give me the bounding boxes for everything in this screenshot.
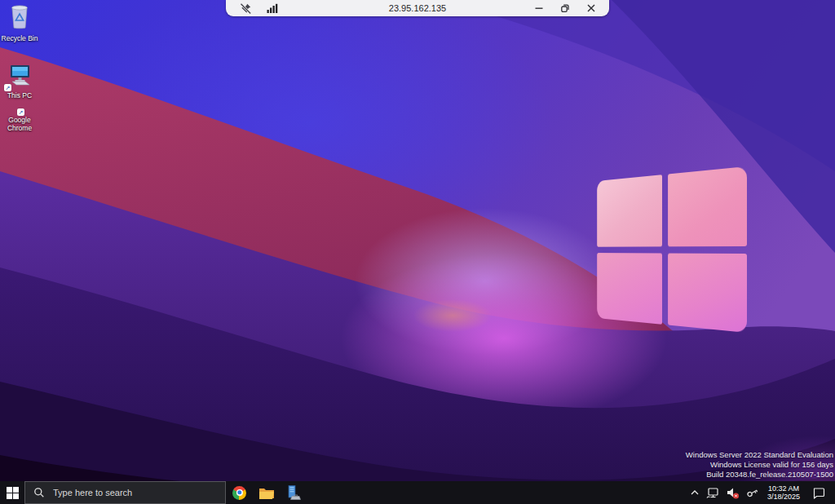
windows-logo-pane — [668, 166, 747, 246]
remote-desktop-screen: Recycle Bin This PC — [0, 0, 835, 504]
connection-bar: 23.95.162.135 — [226, 0, 609, 16]
taskbar-search[interactable] — [24, 481, 226, 504]
desktop-icon-label: This PC — [0, 91, 39, 99]
windows-logo-pane — [597, 175, 662, 246]
tray-expand-button[interactable] — [687, 481, 702, 504]
volume-muted-icon — [726, 487, 740, 499]
unpin-icon — [240, 2, 252, 15]
watermark-line: Windows Server 2022 Standard Evaluation — [686, 450, 833, 460]
minimize-icon — [533, 2, 545, 14]
desktop-icon-label: Google Chrome — [0, 116, 39, 132]
close-icon — [585, 2, 597, 14]
chrome-icon — [232, 486, 246, 500]
server-manager-icon — [285, 485, 302, 501]
volume-muted-button[interactable] — [723, 481, 742, 504]
desktop-icon-recycle-bin[interactable]: Recycle Bin — [0, 2, 39, 42]
key-icon — [746, 487, 759, 498]
taskbar-app-server-manager[interactable] — [280, 481, 307, 504]
system-tray: 10:32 AM 3/18/2025 — [687, 481, 835, 504]
restore-button[interactable] — [552, 0, 578, 16]
windows-logo-pane — [668, 253, 747, 333]
network-icon — [706, 487, 719, 499]
network-status-button[interactable] — [704, 481, 722, 504]
watermark-line: Windows License valid for 156 days — [686, 460, 833, 470]
windows-logo — [597, 166, 747, 333]
file-explorer-icon — [258, 486, 275, 500]
taskbar-clock[interactable]: 10:32 AM 3/18/2025 — [763, 484, 804, 502]
this-pc-icon — [7, 64, 33, 90]
taskbar-app-file-explorer[interactable] — [253, 481, 280, 504]
search-icon — [33, 487, 45, 498]
desktop-icon-label: Recycle Bin — [0, 34, 39, 42]
restore-icon — [559, 2, 571, 14]
taskbar: 10:32 AM 3/18/2025 — [0, 481, 835, 504]
search-input[interactable] — [51, 487, 225, 498]
clock-date: 3/18/2025 — [763, 493, 804, 502]
windows-start-icon — [7, 487, 19, 499]
shortcut-arrow-icon — [17, 108, 24, 116]
watermark-line: Build 20348.fe_release.210507-1500 — [686, 470, 833, 480]
shortcut-arrow-icon — [4, 84, 11, 91]
windows-logo-pane — [597, 253, 662, 325]
recycle-bin-icon — [8, 2, 31, 33]
desktop-icon-google-chrome[interactable]: Google Chrome — [0, 114, 39, 132]
action-center-button[interactable] — [806, 481, 832, 504]
start-button[interactable] — [0, 481, 24, 504]
license-watermark: Windows Server 2022 Standard Evaluation … — [686, 450, 833, 480]
minimize-button[interactable] — [526, 0, 552, 16]
unpin-button[interactable] — [240, 0, 252, 16]
taskbar-app-chrome[interactable] — [226, 481, 253, 504]
key-tray-button[interactable] — [744, 481, 762, 504]
close-button[interactable] — [578, 0, 604, 16]
clock-time: 10:32 AM — [763, 484, 804, 493]
chevron-up-icon — [690, 489, 700, 496]
desktop-icon-this-pc[interactable]: This PC — [0, 64, 39, 99]
taskbar-empty-area[interactable] — [307, 481, 687, 504]
action-center-icon — [812, 487, 825, 499]
signal-strength-icon[interactable] — [267, 3, 279, 13]
